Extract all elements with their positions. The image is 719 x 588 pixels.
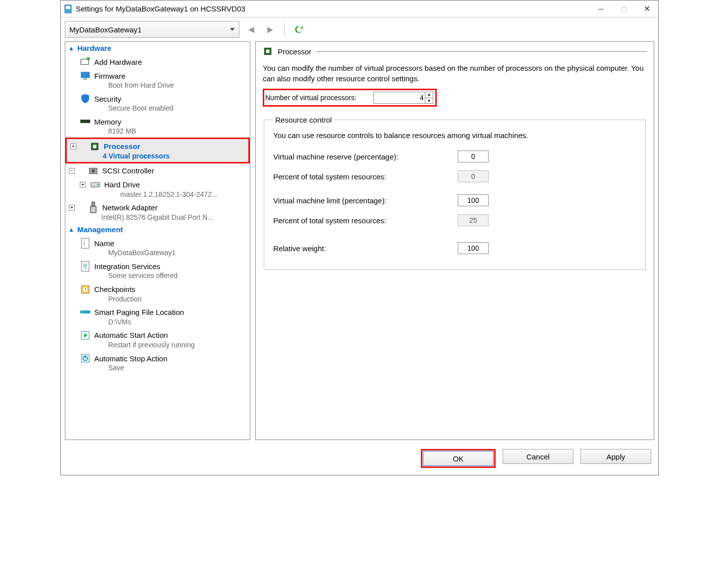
toolbar-separator xyxy=(284,23,285,36)
network-icon xyxy=(88,203,98,212)
settings-tree: ▲ Hardware Add Hardware Firmware Boot fr… xyxy=(65,41,250,440)
expand-icon[interactable]: + xyxy=(69,205,75,211)
autostop-icon xyxy=(80,354,90,363)
memory-icon xyxy=(80,117,90,126)
svg-rect-23 xyxy=(83,311,84,313)
limit-row: Virtual machine limit (percentage): 100 xyxy=(273,190,636,210)
virtual-processors-row: Number of virtual processors: 4 ▲▼ xyxy=(263,89,437,107)
harddrive-icon xyxy=(90,180,100,189)
resource-control-desc: You can use resource controls to balance… xyxy=(273,131,636,140)
tree-item-auto-stop[interactable]: Automatic Stop Action Save xyxy=(65,351,250,374)
vm-selector-dropdown[interactable]: MyDataBoxGateway1 xyxy=(65,21,239,38)
expand-icon[interactable]: + xyxy=(70,144,76,149)
minimize-button[interactable]: ─ xyxy=(589,0,612,17)
vp-value: 4 xyxy=(420,94,425,102)
limit-pct-readonly: 25 xyxy=(458,214,489,226)
ok-button[interactable]: OK xyxy=(423,451,494,466)
svg-point-11 xyxy=(92,169,95,172)
section-management[interactable]: ▲ Management xyxy=(65,223,250,236)
chip-icon xyxy=(263,47,273,56)
settings-window: Settings for MyDataBoxGateway1 on HCSSRV… xyxy=(60,0,659,475)
tree-item-security[interactable]: Security Secure Boot enabled xyxy=(65,91,250,114)
svg-rect-4 xyxy=(81,72,90,78)
ok-highlight: OK xyxy=(421,449,496,468)
reserve-row: Virtual machine reserve (percentage): 0 xyxy=(273,147,636,166)
svg-point-13 xyxy=(97,184,99,185)
content-panel: Processor You can modify the number of v… xyxy=(255,41,654,440)
collapse-icon[interactable]: − xyxy=(69,168,75,174)
paging-icon xyxy=(80,308,90,317)
resource-control-legend: Resource control xyxy=(273,116,334,124)
vm-selector-value: MyDataBoxGateway1 xyxy=(69,25,142,34)
spinner-up-icon[interactable]: ▲ xyxy=(425,92,433,98)
resource-control-group: Resource control You can use resource co… xyxy=(264,116,646,270)
section-hardware[interactable]: ▲ Hardware xyxy=(65,42,250,54)
nav-back-button[interactable]: ◄ xyxy=(244,22,258,36)
close-button[interactable]: ✕ xyxy=(635,0,658,17)
svg-rect-28 xyxy=(85,356,86,359)
apply-button[interactable]: Apply xyxy=(580,449,651,464)
tree-item-harddrive[interactable]: + Hard Drive master.1.2.18252.1-304-2472… xyxy=(65,177,250,200)
tree-item-integration[interactable]: Integration Services Some services offer… xyxy=(65,259,250,282)
tree-item-auto-start[interactable]: Automatic Start Action Restart if previo… xyxy=(65,328,250,351)
svg-rect-3 xyxy=(87,57,90,60)
monitor-icon xyxy=(80,71,90,80)
limit-input[interactable]: 100 xyxy=(458,194,489,206)
svg-rect-22 xyxy=(81,311,82,313)
reserve-pct-readonly: 0 xyxy=(458,170,489,182)
nav-forward-button[interactable]: ► xyxy=(263,22,277,36)
tree-item-name[interactable]: I Name MyDataBoxGateway1 xyxy=(65,236,250,259)
tree-item-memory[interactable]: Memory 8192 MB xyxy=(65,114,250,137)
svg-rect-15 xyxy=(90,206,96,213)
weight-row: Relative weight: 100 xyxy=(273,238,636,258)
panel-header: Processor xyxy=(263,47,647,56)
add-hardware-icon xyxy=(80,57,90,66)
svg-rect-7 xyxy=(81,120,90,123)
vp-label: Number of virtual processors: xyxy=(265,94,357,102)
app-icon xyxy=(64,4,73,13)
vp-spinner[interactable]: ▲▼ xyxy=(425,92,433,104)
weight-input[interactable]: 100 xyxy=(458,242,489,254)
panel-title: Processor xyxy=(278,47,312,56)
tree-item-smart-paging[interactable]: Smart Paging File Location D:\VMs xyxy=(65,305,250,328)
svg-rect-30 xyxy=(266,50,270,53)
window-title: Settings for MyDataBoxGateway1 on HCSSRV… xyxy=(76,4,245,13)
checkpoint-icon xyxy=(80,285,90,294)
maximize-button: ▢ xyxy=(612,0,635,17)
vp-input[interactable]: 4 ▲▼ xyxy=(373,92,433,104)
shield-icon xyxy=(80,94,90,103)
collapse-icon: ▲ xyxy=(68,226,74,233)
tree-item-processor[interactable]: + Processor 4 Virtual processors xyxy=(65,138,250,163)
spinner-down-icon[interactable]: ▼ xyxy=(425,98,433,104)
reserve-input[interactable]: 0 xyxy=(458,150,489,162)
scsi-icon xyxy=(88,166,98,175)
svg-rect-1 xyxy=(66,6,70,9)
integration-icon xyxy=(80,262,90,271)
expand-icon[interactable]: + xyxy=(80,182,86,188)
tree-item-add-hardware[interactable]: Add Hardware xyxy=(65,54,250,68)
refresh-button[interactable] xyxy=(292,22,306,36)
body: ▲ Hardware Add Hardware Firmware Boot fr… xyxy=(61,41,658,444)
panel-description: You can modify the number of virtual pro… xyxy=(263,63,647,84)
dialog-footer: OK Cancel Apply xyxy=(61,444,658,475)
autostart-icon xyxy=(80,331,90,340)
svg-rect-9 xyxy=(93,145,97,148)
limit-pct-row: Percent of total system resources: 25 xyxy=(273,210,636,230)
toolbar: MyDataBoxGateway1 ◄ ► xyxy=(61,17,658,41)
separator-line xyxy=(317,51,647,52)
svg-text:I: I xyxy=(83,240,85,247)
tree-item-scsi[interactable]: − SCSI Controller xyxy=(65,163,250,177)
chip-icon xyxy=(90,142,100,151)
svg-rect-5 xyxy=(84,79,87,80)
tree-item-checkpoints[interactable]: Checkpoints Production xyxy=(65,282,250,305)
collapse-icon: ▲ xyxy=(68,45,74,52)
svg-rect-16 xyxy=(82,238,89,248)
tree-item-firmware[interactable]: Firmware Boot from Hard Drive xyxy=(65,68,250,91)
svg-rect-14 xyxy=(92,202,95,207)
tree-item-network-adapter[interactable]: + Network Adapter Intel(R) 82576 Gigabit… xyxy=(65,200,250,223)
cancel-button[interactable]: Cancel xyxy=(503,449,573,464)
name-icon: I xyxy=(80,239,90,248)
reserve-pct-row: Percent of total system resources: 0 xyxy=(273,166,636,186)
titlebar: Settings for MyDataBoxGateway1 on HCSSRV… xyxy=(61,0,658,17)
